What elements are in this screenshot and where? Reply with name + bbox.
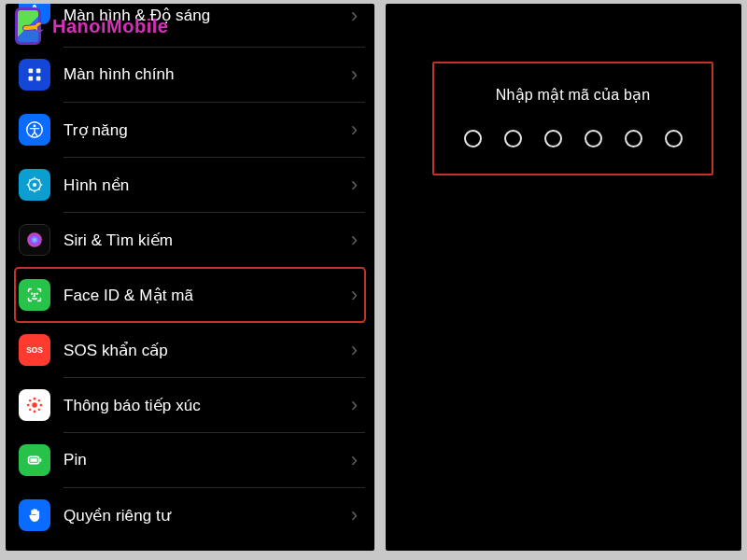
svg-line-14 xyxy=(38,189,39,189)
chevron-right-icon: › xyxy=(351,64,359,85)
passcode-dot xyxy=(625,130,642,147)
privacy-hand-icon xyxy=(19,499,50,531)
svg-rect-1 xyxy=(29,69,34,74)
passcode-dot xyxy=(665,130,683,147)
wallpaper-icon xyxy=(19,169,50,201)
sos-icon: SOS xyxy=(19,334,50,366)
passcode-dot xyxy=(585,130,602,147)
settings-row-battery[interactable]: Pin › xyxy=(15,433,365,487)
svg-point-19 xyxy=(36,293,37,294)
chevron-right-icon: › xyxy=(351,450,359,470)
settings-row-label: Face ID & Mật mã xyxy=(63,286,351,305)
svg-point-27 xyxy=(38,399,40,401)
svg-point-28 xyxy=(29,409,31,411)
passcode-dot xyxy=(544,130,562,147)
home-screen-icon xyxy=(19,59,50,91)
settings-panel: A Màn hình & Độ sáng › Màn hình chính xyxy=(6,4,374,551)
settings-row-label: Thông báo tiếp xúc xyxy=(63,396,351,415)
svg-point-29 xyxy=(38,409,40,411)
settings-row-wallpaper[interactable]: Hình nền › xyxy=(15,158,365,212)
svg-rect-2 xyxy=(36,69,41,74)
svg-point-8 xyxy=(33,183,36,187)
accessibility-icon xyxy=(19,114,50,146)
passcode-dot xyxy=(504,130,522,147)
svg-text:A: A xyxy=(30,4,38,16)
settings-list: A Màn hình & Độ sáng › Màn hình chính xyxy=(6,4,374,550)
settings-row-face-id-passcode[interactable]: Face ID & Mật mã › xyxy=(15,268,365,322)
svg-text:SOS: SOS xyxy=(26,346,43,355)
svg-line-13 xyxy=(29,179,30,180)
svg-line-15 xyxy=(29,189,30,189)
chevron-right-icon: › xyxy=(351,230,359,250)
chevron-right-icon: › xyxy=(351,285,359,305)
chevron-right-icon: › xyxy=(351,395,359,415)
settings-row-display-brightness[interactable]: A Màn hình & Độ sáng › xyxy=(15,6,365,47)
svg-point-21 xyxy=(32,402,37,408)
passcode-prompt: Nhập mật mã của bạn xyxy=(445,86,700,104)
passcode-highlight-box: Nhập mật mã của bạn xyxy=(432,62,713,175)
settings-row-label: SOS khẩn cấp xyxy=(63,341,351,360)
chevron-right-icon: › xyxy=(351,6,359,26)
chevron-right-icon: › xyxy=(351,175,359,195)
settings-row-label: Siri & Tìm kiếm xyxy=(63,231,351,250)
svg-point-17 xyxy=(27,232,42,247)
svg-rect-31 xyxy=(40,458,42,462)
svg-point-24 xyxy=(27,404,30,407)
svg-rect-3 xyxy=(29,77,34,81)
settings-row-emergency-sos[interactable]: SOS SOS khẩn cấp › xyxy=(15,323,365,377)
settings-row-label: Trợ năng xyxy=(63,120,351,140)
chevron-right-icon: › xyxy=(351,119,359,140)
exposure-icon xyxy=(19,389,50,421)
passcode-dot xyxy=(464,130,482,147)
chevron-right-icon: › xyxy=(351,505,359,525)
settings-row-label: Quyền riêng tư xyxy=(63,506,351,525)
settings-row-label: Hình nền xyxy=(63,175,351,195)
chevron-right-icon: › xyxy=(351,340,359,360)
svg-point-26 xyxy=(29,399,31,401)
svg-point-18 xyxy=(32,293,33,294)
passcode-panel: Nhập mật mã của bạn xyxy=(386,4,741,551)
svg-point-6 xyxy=(34,124,36,127)
face-id-icon xyxy=(19,279,50,311)
settings-row-label: Màn hình chính xyxy=(63,65,351,84)
svg-point-23 xyxy=(34,411,36,413)
svg-line-16 xyxy=(38,179,39,180)
svg-rect-32 xyxy=(30,458,36,462)
settings-row-label: Pin xyxy=(63,451,351,469)
battery-icon xyxy=(19,444,50,476)
svg-point-22 xyxy=(34,398,36,400)
settings-row-siri-search[interactable]: Siri & Tìm kiếm › xyxy=(15,213,365,267)
settings-row-home-screen[interactable]: Màn hình chính › xyxy=(15,48,365,102)
passcode-dots[interactable] xyxy=(445,130,700,147)
svg-rect-4 xyxy=(36,77,41,81)
svg-point-25 xyxy=(40,404,43,407)
settings-row-exposure-notifications[interactable]: Thông báo tiếp xúc › xyxy=(15,378,365,432)
settings-row-label: Màn hình & Độ sáng xyxy=(63,6,351,25)
siri-icon xyxy=(19,224,50,256)
settings-row-accessibility[interactable]: Trợ năng › xyxy=(15,103,365,157)
display-icon: A xyxy=(19,4,50,24)
settings-row-privacy[interactable]: Quyền riêng tư › xyxy=(15,488,365,542)
